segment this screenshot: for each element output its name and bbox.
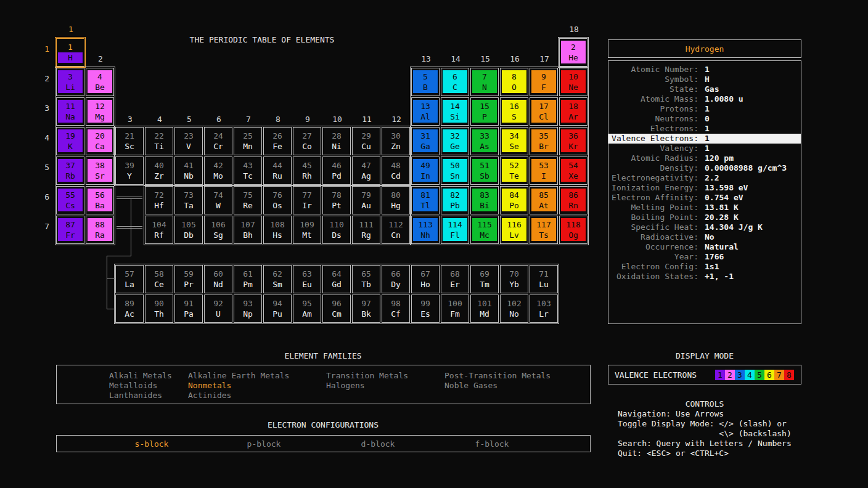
element-cell-Mt[interactable]: 109Mt <box>293 216 321 244</box>
element-cell-Nh[interactable]: 113Nh <box>411 216 440 244</box>
element-cell-C[interactable]: 6C <box>441 68 469 96</box>
element-cell-In[interactable]: 49In <box>411 157 440 185</box>
element-cell-Al[interactable]: 13Al <box>411 97 440 126</box>
element-cell-Cd[interactable]: 48Cd <box>382 157 410 185</box>
element-cell-Gd[interactable]: 64Gd <box>322 265 351 293</box>
element-cell-N[interactable]: 7N <box>470 68 499 96</box>
element-cell-La[interactable]: 57La <box>115 265 144 293</box>
element-cell-Rf[interactable]: 104Rf <box>145 216 173 244</box>
element-cell-Sn[interactable]: 50Sn <box>441 157 469 185</box>
element-cell-Dy[interactable]: 66Dy <box>382 265 410 293</box>
element-cell-Kr[interactable]: 36Kr <box>559 127 588 155</box>
element-cell-Os[interactable]: 76Os <box>263 186 292 214</box>
family-alkaline-earth-metals[interactable]: Alkaline Earth Metals <box>188 371 289 381</box>
element-cell-P[interactable]: 15P <box>470 97 499 126</box>
element-cell-Ag[interactable]: 47Ag <box>352 157 380 185</box>
element-cell-Mo[interactable]: 42Mo <box>204 157 232 185</box>
element-cell-B[interactable]: 5B <box>411 68 440 96</box>
element-cell-Lu[interactable]: 71Lu <box>530 265 558 293</box>
element-cell-Og[interactable]: 118Og <box>559 216 588 244</box>
config-d-block[interactable]: d-block <box>361 439 395 449</box>
element-cell-Yb[interactable]: 70Yb <box>500 265 528 293</box>
element-cell-K[interactable]: 19K <box>56 127 84 155</box>
element-cell-H[interactable]: 1H <box>56 38 84 67</box>
element-cell-Rn[interactable]: 86Rn <box>559 186 588 214</box>
element-cell-Ir[interactable]: 77Ir <box>293 186 321 214</box>
element-cell-Ru[interactable]: 44Ru <box>263 157 292 185</box>
element-cell-Ra[interactable]: 88Ra <box>86 216 114 244</box>
element-cell-Sb[interactable]: 51Sb <box>470 157 499 185</box>
element-cell-Lr[interactable]: 103Lr <box>530 295 558 323</box>
element-cell-Ho[interactable]: 67Ho <box>411 265 440 293</box>
display-mode-box[interactable]: VALENCE ELECTRONS 12345678 <box>608 365 801 384</box>
family-noble-gases[interactable]: Noble Gases <box>444 381 551 391</box>
element-cell-Po[interactable]: 84Po <box>500 186 528 214</box>
element-cell-Re[interactable]: 75Re <box>234 186 262 214</box>
element-cell-Er[interactable]: 68Er <box>441 265 469 293</box>
element-cell-Pd[interactable]: 46Pd <box>322 157 351 185</box>
element-cell-Fl[interactable]: 114Fl <box>441 216 469 244</box>
element-cell-Pu[interactable]: 94Pu <box>263 295 292 323</box>
element-cell-No[interactable]: 102No <box>500 295 528 323</box>
element-cell-Ce[interactable]: 58Ce <box>145 265 173 293</box>
element-cell-Ca[interactable]: 20Ca <box>86 127 114 155</box>
element-cell-Ta[interactable]: 73Ta <box>174 186 203 214</box>
element-cell-Nb[interactable]: 41Nb <box>174 157 203 185</box>
element-cell-Rb[interactable]: 37Rb <box>56 157 84 185</box>
element-cell-Eu[interactable]: 63Eu <box>293 265 321 293</box>
config-s-block[interactable]: s-block <box>135 439 169 449</box>
element-cell-Co[interactable]: 27Co <box>293 127 321 155</box>
element-cell-He[interactable]: 2He <box>559 38 588 67</box>
element-cell-F[interactable]: 9F <box>530 68 558 96</box>
element-cell-Rg[interactable]: 111Rg <box>352 216 380 244</box>
element-cell-Ti[interactable]: 22Ti <box>145 127 173 155</box>
element-cell-Nd[interactable]: 60Nd <box>204 265 232 293</box>
element-cell-Li[interactable]: 3Li <box>56 68 84 96</box>
element-cell-S[interactable]: 16S <box>500 97 528 126</box>
element-cell-Mc[interactable]: 115Mc <box>470 216 499 244</box>
element-cell-Hg[interactable]: 80Hg <box>382 186 410 214</box>
element-cell-Bk[interactable]: 97Bk <box>352 295 380 323</box>
element-cell-O[interactable]: 8O <box>500 68 528 96</box>
element-cell-Md[interactable]: 101Md <box>470 295 499 323</box>
element-cell-Cn[interactable]: 112Cn <box>382 216 410 244</box>
element-cell-Sm[interactable]: 62Sm <box>263 265 292 293</box>
element-cell-Ne[interactable]: 10Ne <box>559 68 588 96</box>
element-cell-Cu[interactable]: 29Cu <box>352 127 380 155</box>
element-cell-Pm[interactable]: 61Pm <box>234 265 262 293</box>
element-cell-Cr[interactable]: 24Cr <box>204 127 232 155</box>
element-cell-U[interactable]: 92U <box>204 295 232 323</box>
family-actinides[interactable]: Actinides <box>188 391 289 401</box>
element-cell-Tc[interactable]: 43Tc <box>234 157 262 185</box>
element-cell-Pa[interactable]: 91Pa <box>174 295 203 323</box>
element-cell-Am[interactable]: 95Am <box>293 295 321 323</box>
family-metalloids[interactable]: Metalloids <box>109 381 172 391</box>
element-cell-As[interactable]: 33As <box>470 127 499 155</box>
element-cell-Fm[interactable]: 100Fm <box>441 295 469 323</box>
element-cell-Cl[interactable]: 17Cl <box>530 97 558 126</box>
element-cell-Xe[interactable]: 54Xe <box>559 157 588 185</box>
family-transition-metals[interactable]: Transition Metals <box>326 371 408 381</box>
element-cell-Hf[interactable]: 72Hf <box>145 186 173 214</box>
element-cell-Fe[interactable]: 26Fe <box>263 127 292 155</box>
element-cell-Fr[interactable]: 87Fr <box>56 216 84 244</box>
element-cell-Np[interactable]: 93Np <box>234 295 262 323</box>
family-alkali-metals[interactable]: Alkali Metals <box>109 371 172 381</box>
element-cell-Na[interactable]: 11Na <box>56 97 84 126</box>
element-cell-Cf[interactable]: 98Cf <box>382 295 410 323</box>
element-cell-Sr[interactable]: 38Sr <box>86 157 114 185</box>
element-cell-I[interactable]: 53I <box>530 157 558 185</box>
family-halogens[interactable]: Halogens <box>326 381 408 391</box>
element-cell-Th[interactable]: 90Th <box>145 295 173 323</box>
element-cell-Zn[interactable]: 30Zn <box>382 127 410 155</box>
config-f-block[interactable]: f-block <box>475 439 509 449</box>
element-cell-Ni[interactable]: 28Ni <box>322 127 351 155</box>
element-cell-Tb[interactable]: 65Tb <box>352 265 380 293</box>
config-p-block[interactable]: p-block <box>247 439 281 449</box>
element-cell-W[interactable]: 74W <box>204 186 232 214</box>
element-cell-Cs[interactable]: 55Cs <box>56 186 84 214</box>
element-cell-Cm[interactable]: 96Cm <box>322 295 351 323</box>
family-lanthanides[interactable]: Lanthanides <box>109 391 172 401</box>
element-cell-Bh[interactable]: 107Bh <box>234 216 262 244</box>
element-cell-Ge[interactable]: 32Ge <box>441 127 469 155</box>
